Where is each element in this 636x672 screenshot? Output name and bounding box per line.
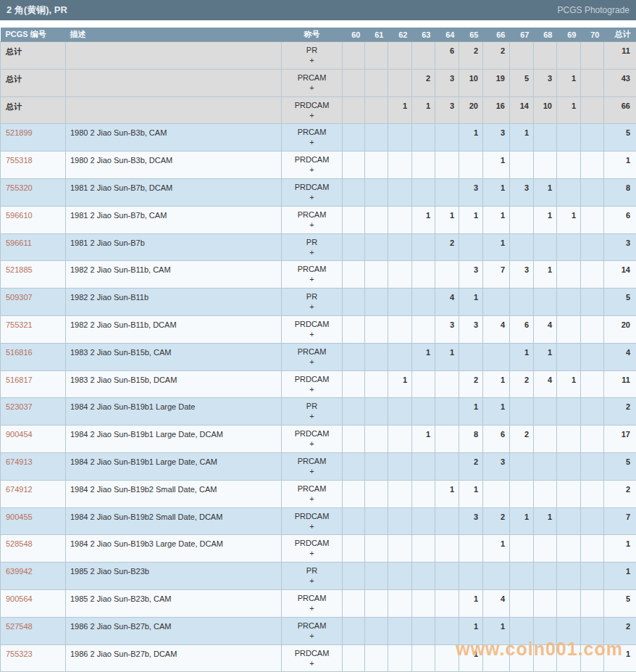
grade-count-64 (435, 452, 459, 480)
designation-name: PRDCAM (282, 429, 342, 439)
header-grade-65: 65 (459, 28, 483, 42)
designation-plus: + (282, 274, 342, 284)
table-row: 755323 1986 2 Jiao Sun-B27b, DCAM PRDCAM… (1, 644, 636, 672)
grade-count-69 (557, 480, 581, 507)
grade-count-60 (343, 480, 365, 507)
pcgs-number[interactable]: 516816 (1, 343, 66, 370)
grade-count-68 (534, 233, 557, 261)
pcgs-number[interactable]: 900564 (1, 589, 66, 617)
pcgs-number[interactable]: 639942 (1, 563, 66, 590)
grade-count-65: 3 (459, 507, 483, 535)
grade-count-63 (412, 178, 435, 206)
grade-count-70 (581, 398, 604, 426)
pcgs-number[interactable]: 521885 (1, 261, 66, 289)
grade-count-60 (343, 178, 365, 206)
designation-name: PRDCAM (282, 375, 342, 384)
pcgs-number[interactable]: 521899 (1, 124, 66, 152)
pcgs-number[interactable]: 528548 (1, 535, 66, 563)
grade-count-63 (412, 452, 435, 480)
pcgs-number[interactable]: 674912 (1, 480, 66, 507)
designation-plus: + (282, 384, 342, 394)
header-row: PCGS 编号 描述 称号 6061626364656667686970总计 (1, 28, 636, 42)
pcgs-number[interactable]: 755320 (1, 178, 66, 206)
table-body: 总计 PR + 62211 总计 PRCAM + 23101953143 总计 … (1, 42, 636, 672)
grade-count-68 (534, 289, 557, 316)
grade-count-68 (534, 452, 557, 480)
designation-plus: + (282, 247, 342, 257)
designation-name: PRDCAM (282, 512, 342, 521)
grade-count-61 (365, 644, 388, 672)
grade-count-62 (388, 398, 412, 426)
grade-count-68 (534, 480, 557, 507)
pcgs-number[interactable]: 509307 (1, 289, 66, 316)
grade-count-69 (557, 42, 581, 70)
grade-count-66 (483, 343, 510, 370)
grade-count-60 (343, 152, 365, 179)
grade-count-70 (581, 261, 604, 289)
table-row: 527548 1986 2 Jiao Sun-B27b, CAM PRCAM +… (1, 617, 636, 644)
total-count: 5 (604, 124, 636, 152)
header-pcgs-number: PCGS 编号 (1, 28, 66, 42)
grade-count-66: 3 (483, 452, 510, 480)
designation-name: PRCAM (282, 347, 342, 357)
grade-count-68 (534, 152, 557, 179)
grade-count-70 (581, 152, 604, 179)
grade-count-70 (581, 563, 604, 590)
grade-count-70 (581, 452, 604, 480)
pcgs-number[interactable]: 523037 (1, 398, 66, 426)
grade-count-60 (343, 69, 365, 96)
table-row: 755321 1982 2 Jiao Sun-B11b, DCAM PRDCAM… (1, 315, 636, 343)
grade-count-60 (343, 206, 365, 233)
grade-count-62 (388, 644, 412, 672)
pcgs-number[interactable]: 900455 (1, 507, 66, 535)
grade-count-63 (412, 617, 435, 644)
grade-count-61 (365, 178, 388, 206)
grade-count-62 (388, 480, 412, 507)
population-table: PCGS 编号 描述 称号 6061626364656667686970总计 总… (0, 28, 636, 672)
grade-count-61 (365, 535, 388, 563)
pcgs-number[interactable]: 755323 (1, 644, 66, 672)
pcgs-number[interactable]: 755318 (1, 152, 66, 179)
pcgs-number[interactable]: 674913 (1, 452, 66, 480)
grade-count-63 (412, 261, 435, 289)
grade-count-61 (365, 233, 388, 261)
designation-plus: + (282, 55, 342, 65)
grade-count-70 (581, 644, 604, 672)
grade-count-62 (388, 124, 412, 152)
grade-count-65 (459, 563, 483, 590)
total-count: 2 (604, 398, 636, 426)
grade-count-62 (388, 315, 412, 343)
grade-count-65 (459, 343, 483, 370)
table-row: 596611 1981 2 Jiao Sun-B7b PR + 213 (1, 233, 636, 261)
grade-count-61 (365, 261, 388, 289)
designation-plus: + (282, 83, 342, 93)
pcgs-number[interactable]: 755321 (1, 315, 66, 343)
grade-count-69 (557, 617, 581, 644)
grade-count-65: 2 (459, 370, 483, 398)
grade-count-61 (365, 370, 388, 398)
grade-count-67: 2 (510, 370, 534, 398)
grade-count-61 (365, 452, 388, 480)
pcgs-number[interactable]: 527548 (1, 617, 66, 644)
grade-count-69 (557, 452, 581, 480)
total-count: 66 (604, 96, 636, 124)
designation-name: PR (282, 566, 342, 576)
designation-plus: + (282, 494, 342, 504)
grade-count-70 (581, 233, 604, 261)
grade-count-66: 19 (483, 69, 510, 96)
pcgs-number[interactable]: 596611 (1, 233, 66, 261)
grade-count-68: 4 (534, 370, 557, 398)
grade-count-67 (510, 589, 534, 617)
designation-name: PRDCAM (282, 539, 342, 548)
grade-count-67: 3 (510, 261, 534, 289)
pcgs-number[interactable]: 516817 (1, 370, 66, 398)
header-grade-68: 68 (534, 28, 557, 42)
grade-count-69 (557, 315, 581, 343)
grade-count-67 (510, 617, 534, 644)
pcgs-number[interactable]: 900454 (1, 426, 66, 453)
grade-count-67 (510, 152, 534, 179)
designation-plus: + (282, 165, 342, 175)
total-count: 1 (604, 535, 636, 563)
pcgs-number[interactable]: 596610 (1, 206, 66, 233)
grade-count-66: 1 (483, 398, 510, 426)
